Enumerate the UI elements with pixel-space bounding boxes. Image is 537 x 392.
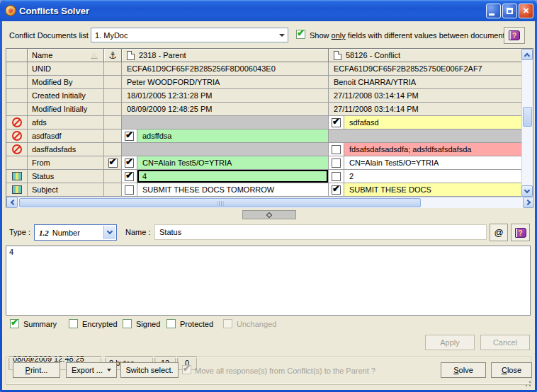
field-name-cell[interactable]: Created Initially xyxy=(28,89,104,103)
anchor-cell[interactable] xyxy=(104,183,122,197)
flag-signed: Signed xyxy=(123,319,160,328)
value-checkbox[interactable]: ✔ xyxy=(332,185,341,195)
minimize-button[interactable] xyxy=(486,4,501,18)
anchor-cell[interactable]: ✔ xyxy=(104,156,122,170)
anchor-cell[interactable] xyxy=(104,89,122,103)
help-book-button[interactable]: ? xyxy=(504,27,525,44)
field-value-editor[interactable]: 4 xyxy=(6,246,531,316)
anchor-cell[interactable] xyxy=(104,103,122,116)
switch-select-button[interactable]: Switch select. xyxy=(120,362,179,378)
field-value-text[interactable]: CN=Alain Test5/O=YTRIA xyxy=(344,156,522,169)
value-checkbox-cell[interactable] xyxy=(329,170,344,183)
vertical-scrollbar[interactable] xyxy=(521,49,533,197)
signed-checkbox[interactable] xyxy=(123,319,132,328)
encrypted-checkbox[interactable] xyxy=(69,319,78,328)
field-name-cell[interactable]: dasffadsfads xyxy=(28,143,104,156)
field-value-text[interactable]: ECFA61D9CF65F2B28525750E006F2AF7 xyxy=(329,62,522,75)
value-checkbox-cell[interactable] xyxy=(329,156,344,169)
field-value-text[interactable]: SUBMIT THESE DOCS xyxy=(344,183,522,196)
value-checkbox-cell[interactable]: ✔ xyxy=(122,129,137,142)
header-icon-column[interactable] xyxy=(6,49,28,62)
value-checkbox-cell[interactable]: ✔ xyxy=(329,116,344,129)
field-value-text[interactable]: 2 xyxy=(344,170,522,183)
field-name-cell[interactable]: Subject xyxy=(28,183,104,197)
field-value-text[interactable]: sdfafasd xyxy=(344,116,522,129)
column-grid-icon xyxy=(12,172,22,180)
formula-at-button[interactable]: @ xyxy=(490,224,508,241)
value-checkbox[interactable]: ✔ xyxy=(125,172,134,181)
value-checkbox-cell[interactable]: ✔ xyxy=(122,156,137,169)
field-value-text[interactable]: adsffdsa xyxy=(137,129,328,142)
value-checkbox-cell[interactable] xyxy=(329,143,344,156)
header-name-column[interactable]: Name xyxy=(28,49,104,62)
value-checkbox[interactable] xyxy=(332,145,341,154)
header-anchor-column[interactable]: ⚓ xyxy=(104,49,122,62)
row-status-cell xyxy=(6,62,28,76)
resize-grip[interactable] xyxy=(524,379,531,387)
field-name-cell[interactable]: Modified By xyxy=(28,76,104,89)
horizontal-scroll-thumb[interactable] xyxy=(19,198,421,207)
field-name-cell[interactable]: asdfasdf xyxy=(28,129,104,143)
field-value-text[interactable]: Peter WOODFORD/YTRIA xyxy=(122,76,328,88)
scroll-right-button[interactable] xyxy=(523,197,534,208)
value-checkbox[interactable]: ✔ xyxy=(125,158,134,168)
header-parent-column[interactable]: 2318 - Parent xyxy=(122,49,329,62)
export-button[interactable]: Export ... xyxy=(66,362,117,378)
field-value-text[interactable]: CN=Alain Test5/O=YTRIA xyxy=(137,156,328,169)
value-checkbox-cell[interactable]: ✔ xyxy=(122,170,137,183)
value-checkbox-cell[interactable] xyxy=(122,183,137,196)
value-checkbox[interactable]: ✔ xyxy=(125,132,134,141)
field-value-text[interactable]: ECFA61D9CF65F2B285256F8D006043E0 xyxy=(122,62,328,75)
field-name-cell[interactable]: afds xyxy=(28,116,104,129)
field-value-text[interactable]: 4 xyxy=(137,170,328,183)
help-book-button-2[interactable]: ? xyxy=(511,224,530,241)
field-value-text[interactable]: SUBMIT THESE DOCS TOMORROW xyxy=(137,183,328,196)
solve-button[interactable]: Solve xyxy=(441,362,486,378)
doc-list-combobox[interactable]: 1. MyDoc xyxy=(91,28,288,42)
field-value-text[interactable]: 27/11/2008 03:14:14 PM xyxy=(329,89,522,102)
field-name-cell[interactable]: From xyxy=(28,156,104,170)
close-icon: ✕ xyxy=(523,7,529,15)
anchor-cell[interactable] xyxy=(104,129,122,143)
protected-checkbox[interactable] xyxy=(166,319,176,328)
table-row: Modified Initially08/09/2009 12:48:25 PM… xyxy=(6,103,523,116)
field-name-cell[interactable]: UNID xyxy=(28,62,104,76)
field-name-input[interactable]: Status xyxy=(154,224,487,240)
scroll-up-button[interactable] xyxy=(521,49,533,60)
splitter-handle[interactable] xyxy=(242,210,296,219)
value-checkbox-cell[interactable]: ✔ xyxy=(329,183,344,196)
print-button[interactable]: Print... xyxy=(13,362,60,378)
field-value-text[interactable]: 08/09/2009 12:48:25 PM xyxy=(122,103,328,115)
anchor-cell[interactable] xyxy=(104,62,122,76)
field-value-text[interactable]: 27/11/2008 03:14:14 PM xyxy=(329,103,522,115)
field-value-text[interactable]: fdsafsdafsadsdfa; adsfdfsafsdafsda xyxy=(344,143,522,156)
value-checkbox[interactable] xyxy=(125,185,134,195)
summary-checkbox[interactable]: ✔ xyxy=(10,319,19,328)
maximize-button[interactable] xyxy=(502,4,517,18)
anchor-cell[interactable] xyxy=(104,170,122,183)
apply-button[interactable]: Apply xyxy=(425,335,475,350)
cancel-button[interactable]: Cancel xyxy=(480,335,530,350)
combo-dropdown-button[interactable] xyxy=(103,226,115,239)
field-value-text[interactable]: 18/01/2005 12:31:28 PM xyxy=(122,89,328,102)
anchor-cell[interactable] xyxy=(104,143,122,156)
scroll-left-button[interactable] xyxy=(6,197,18,208)
close-dialog-button[interactable]: Close xyxy=(491,362,532,378)
value-checkbox[interactable]: ✔ xyxy=(332,118,341,127)
close-button[interactable]: ✕ xyxy=(519,4,533,18)
field-name-cell[interactable]: Status xyxy=(28,170,104,183)
horizontal-scrollbar[interactable] xyxy=(6,197,534,208)
show-only-checkbox[interactable]: ✔ xyxy=(296,30,305,39)
value-checkbox[interactable] xyxy=(332,172,341,181)
field-name-cell[interactable]: Modified Initially xyxy=(28,103,104,116)
anchor-checkbox[interactable]: ✔ xyxy=(108,158,118,168)
scroll-down-button[interactable] xyxy=(521,185,533,197)
header-conflict-column[interactable]: 58126 - Conflict xyxy=(329,49,523,62)
anchor-cell[interactable] xyxy=(104,116,122,129)
move-all-label: Move all response(s) from Conflict(s) to… xyxy=(195,367,375,375)
value-checkbox[interactable] xyxy=(332,158,341,168)
anchor-cell[interactable] xyxy=(104,76,122,89)
vertical-scroll-thumb[interactable] xyxy=(523,107,532,127)
field-value-text[interactable]: Benoit CHARRA/YTRIA xyxy=(329,76,522,88)
type-combobox[interactable]: 1.2 Number xyxy=(34,224,117,241)
